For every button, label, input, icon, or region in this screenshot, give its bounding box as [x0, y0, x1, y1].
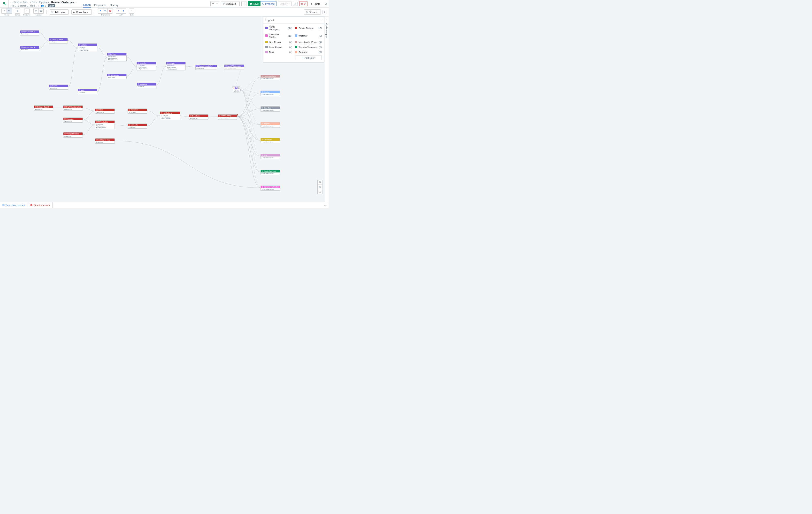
collapse-icon[interactable]: « — [326, 18, 327, 21]
graph-node-obackfill[interactable]: Outages Backfill 14 columns — [34, 105, 53, 110]
deploy-button[interactable]: Deploy — [278, 1, 291, 6]
graph-node-nrow[interactable]: notification_row 6 columns — [95, 138, 115, 143]
legend-item[interactable]: Task(4) — [265, 50, 292, 54]
layout-tree[interactable] — [34, 8, 38, 13]
output-node-o_cust[interactable]: Customer Notification 10 contained nodes — [261, 186, 280, 191]
crumb-app[interactable]: Pipeline Buil… — [13, 1, 30, 4]
graph-node-preunion[interactable]: Pre Union transform 14 columns — [63, 105, 83, 110]
legend-item[interactable]: Line Repair(4) — [265, 40, 292, 44]
graph-node-lj3[interactable]: Left join 12 columnsLeft datasetRight da… — [137, 62, 156, 70]
select-circle[interactable] — [15, 8, 20, 13]
graph-node-vsa[interactable]: Video Source A 8 columns — [20, 30, 39, 35]
aip-bulb-icon[interactable] — [121, 8, 126, 13]
zoom-out-button[interactable] — [318, 185, 322, 189]
add-data-button[interactable]: Add data — [50, 9, 68, 14]
undo-button[interactable]: ↶ — [210, 1, 215, 6]
legend-item[interactable]: Weather(5) — [295, 32, 322, 39]
crumb-folder[interactable]: Demo Pipelines — [32, 1, 49, 4]
chevron-up-icon[interactable] — [321, 20, 322, 20]
more-menu[interactable]: ••• — [241, 1, 246, 6]
node-type-icon — [64, 106, 66, 108]
output-node-o_ter[interactable]: Terrain Clearance 6 contained nodes — [261, 170, 280, 175]
error-count-chip[interactable]: ✕ 2 — [299, 1, 308, 6]
graph-node-qual[interactable]: Quality 2 columns — [49, 84, 68, 90]
output-node-o_crew[interactable]: Crew Report 4 contained nodes — [261, 106, 280, 111]
settings-sliders-icon[interactable] — [293, 2, 297, 6]
graph-node-lj1[interactable]: Left join 9 columnsLeft datasetRight dat… — [78, 43, 97, 52]
graph-node-union2[interactable]: Union 14 columns — [95, 109, 115, 114]
graph-node-notif[interactable]: Notifications 17 columnsLeft datasetRigh… — [160, 111, 180, 120]
pipeline-outputs-tab[interactable]: Pipeline outputs — [325, 23, 328, 38]
graph-node-lj4[interactable]: Left join 13 columnsLeft datasetRight da… — [166, 62, 186, 70]
save-button[interactable]: Save — [248, 1, 261, 6]
transform-table-icon[interactable] — [108, 8, 113, 13]
expand-up-icon[interactable]: ︽ — [324, 204, 328, 207]
zoom-in-button[interactable] — [318, 180, 322, 185]
app-logo[interactable] — [1, 0, 8, 8]
transform-join-icon[interactable] — [103, 8, 108, 13]
folder-icon: ▭ — [11, 1, 13, 4]
remove-tool[interactable]: ⊖ — [25, 8, 29, 13]
star-icon[interactable]: ☆ — [75, 1, 77, 4]
share-button[interactable]: Share — [309, 1, 322, 6]
tools-group: Tools — [1, 8, 11, 16]
output-node-o_weather[interactable]: Weather 5 contained nodes — [261, 90, 280, 96]
output-node-o_task[interactable]: Task 4 contained nodes — [261, 154, 280, 159]
panel-toggle-icon[interactable] — [324, 2, 328, 6]
reusables-button[interactable]: fx Reusables — [71, 9, 92, 14]
pan-tool[interactable] — [2, 8, 6, 13]
graph-node-ometa[interactable]: Outage Metadata 7 columns — [63, 132, 83, 137]
legend-item[interactable]: Power Outage(12) — [295, 24, 322, 32]
legend-item[interactable]: Crew Report(4) — [265, 45, 292, 49]
right-rail: « Pipeline outputs — [325, 17, 328, 202]
menu-help[interactable]: Help — [30, 4, 36, 7]
graph-node-fillmeta[interactable]: Fill metadata 5 columnsLeft datasetRight… — [95, 120, 115, 129]
tab-graph[interactable]: Graph — [83, 3, 91, 8]
menu-file[interactable]: File — [11, 4, 16, 7]
propose-button[interactable]: Propose — [261, 1, 277, 6]
redo-button[interactable]: ↷ — [215, 1, 219, 6]
graph-node-poutage[interactable]: Power Outage not yet deployed — [218, 114, 237, 119]
pipeline-errors-tab[interactable]: Pipeline errors — [28, 202, 53, 208]
legend-item[interactable]: Aerial Photogra…(14) — [265, 24, 292, 32]
add-color-button[interactable]: + Add color — [295, 55, 322, 60]
tab-proposals[interactable]: Proposals — [94, 4, 106, 8]
graph-node-union_name[interactable]: Union by name 8 columns — [49, 38, 68, 43]
graph-node-outages[interactable]: Outages 14 columns — [63, 117, 83, 123]
legend-item[interactable]: Request(9) — [295, 50, 322, 54]
graph-node-aerial[interactable]: Aerial Photography not yet deployed — [224, 64, 244, 70]
tab-history[interactable]: History — [110, 4, 118, 8]
search-button[interactable]: Search — [304, 9, 321, 14]
transform-filter-icon[interactable] — [98, 8, 103, 13]
legend-item[interactable]: Customer Notifi…(10) — [265, 32, 292, 39]
output-node-o_line[interactable]: Line Repair 4 contained nodes — [261, 138, 280, 143]
edit-pencil-icon[interactable]: ✎ — [129, 8, 134, 13]
graph-node-tpath[interactable]: Transform path (14) 13 columns — [195, 65, 217, 70]
select-tool[interactable] — [7, 8, 11, 13]
menu-settings[interactable]: Settings — [18, 4, 28, 7]
node-type-icon — [225, 65, 227, 66]
graph-node-meta2[interactable]: Metadata 3 columns — [137, 83, 156, 88]
node-type-icon — [128, 124, 130, 126]
output-node-o_inv[interactable]: Investigator Page 4 contained nodes — [261, 75, 280, 80]
zoom-fit-button[interactable] — [318, 189, 322, 194]
contributors[interactable]: 👥 1 — [41, 4, 46, 7]
graph-node-tags[interactable]: Tags 2 columns — [78, 89, 97, 94]
graph-node-vsb[interactable]: Video Source B 8 columns — [20, 46, 39, 51]
legend-item[interactable]: Investigator Page(4) — [295, 40, 322, 44]
node-type-icon — [21, 31, 23, 32]
graph-node-trans1[interactable]: Transform 14 columns — [127, 109, 147, 114]
selection-preview-tab[interactable]: Selection preview — [0, 202, 28, 208]
graph-node-thumb[interactable]: Thumbnails 3 columns — [107, 74, 126, 79]
graph-node-trans2[interactable]: Transform 13 columns — [189, 114, 208, 119]
legend-item[interactable]: Terrain Clearance(6) — [295, 45, 322, 49]
aip-sparkle-icon[interactable] — [116, 8, 121, 13]
output-node-o_req[interactable]: Request 9 contained nodes — [261, 122, 280, 127]
branch-selector[interactable]: kk/colour — [221, 1, 240, 6]
deploy-status-cluster[interactable]: ◐ ⇆ ▣ not yet deployed — [233, 86, 240, 93]
chevron-right-icon — [30, 2, 31, 3]
graph-node-lj2[interactable]: Left join 10 columnsLeft datasetRight da… — [107, 53, 126, 61]
graph-node-meta3[interactable]: Metadata 5 columns — [127, 124, 147, 129]
link-icon[interactable] — [322, 10, 327, 14]
layout-grid[interactable] — [38, 8, 44, 13]
